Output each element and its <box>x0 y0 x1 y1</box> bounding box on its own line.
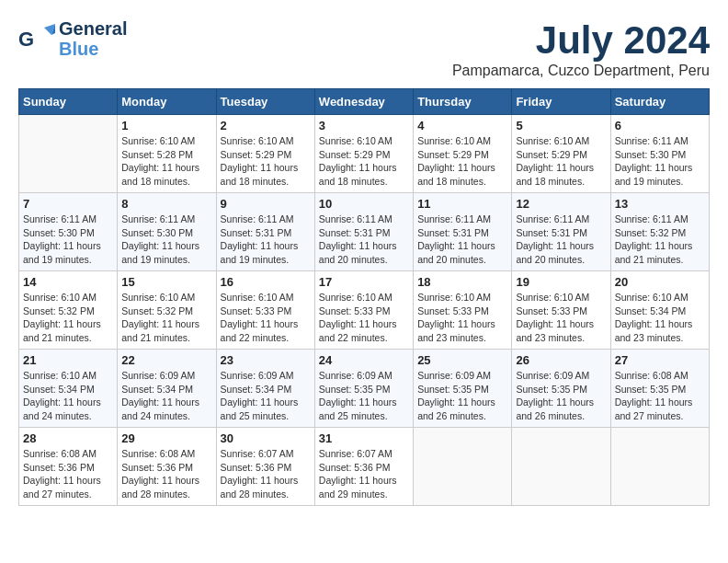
day-number: 6 <box>615 119 705 132</box>
day-info: Sunrise: 6:10 AM Sunset: 5:29 PM Dayligh… <box>319 134 409 189</box>
day-header-friday: Friday <box>512 89 610 115</box>
week-row-3: 14Sunrise: 6:10 AM Sunset: 5:32 PM Dayli… <box>19 271 710 350</box>
week-row-5: 28Sunrise: 6:08 AM Sunset: 5:36 PM Dayli… <box>19 428 710 506</box>
day-number: 15 <box>121 275 211 289</box>
calendar-cell: 13Sunrise: 6:11 AM Sunset: 5:32 PM Dayli… <box>610 193 709 271</box>
calendar-table: SundayMondayTuesdayWednesdayThursdayFrid… <box>18 88 710 506</box>
day-info: Sunrise: 6:10 AM Sunset: 5:32 PM Dayligh… <box>121 291 211 345</box>
day-number: 29 <box>121 431 211 445</box>
day-number: 20 <box>615 275 705 289</box>
calendar-cell: 18Sunrise: 6:10 AM Sunset: 5:33 PM Dayli… <box>414 271 512 350</box>
day-header-wednesday: Wednesday <box>314 89 413 115</box>
day-number: 13 <box>615 197 705 211</box>
day-info: Sunrise: 6:11 AM Sunset: 5:30 PM Dayligh… <box>23 213 113 267</box>
calendar-cell: 20Sunrise: 6:10 AM Sunset: 5:34 PM Dayli… <box>610 271 709 350</box>
week-row-1: 1Sunrise: 6:10 AM Sunset: 5:28 PM Daylig… <box>19 115 710 193</box>
day-number: 14 <box>23 275 113 289</box>
day-number: 23 <box>221 353 311 367</box>
calendar-cell: 5Sunrise: 6:10 AM Sunset: 5:29 PM Daylig… <box>512 115 610 193</box>
day-number: 16 <box>221 275 311 289</box>
day-number: 11 <box>417 197 507 211</box>
day-number: 26 <box>516 353 606 367</box>
day-info: Sunrise: 6:08 AM Sunset: 5:36 PM Dayligh… <box>121 447 211 501</box>
logo-blue: Blue <box>59 39 127 59</box>
calendar-cell: 6Sunrise: 6:11 AM Sunset: 5:30 PM Daylig… <box>610 115 709 193</box>
day-number: 21 <box>23 353 113 367</box>
calendar-cell: 26Sunrise: 6:09 AM Sunset: 5:35 PM Dayli… <box>512 350 610 428</box>
calendar-cell <box>414 428 512 506</box>
calendar-cell <box>610 428 709 506</box>
day-info: Sunrise: 6:10 AM Sunset: 5:33 PM Dayligh… <box>221 291 311 345</box>
day-number: 27 <box>615 353 705 367</box>
day-number: 8 <box>121 197 211 211</box>
day-info: Sunrise: 6:11 AM Sunset: 5:31 PM Dayligh… <box>516 213 606 267</box>
calendar-cell: 1Sunrise: 6:10 AM Sunset: 5:28 PM Daylig… <box>118 115 216 193</box>
location: Pampamarca, Cuzco Department, Peru <box>452 63 710 79</box>
day-info: Sunrise: 6:10 AM Sunset: 5:28 PM Dayligh… <box>121 134 211 189</box>
day-number: 19 <box>516 275 606 289</box>
calendar-cell: 2Sunrise: 6:10 AM Sunset: 5:29 PM Daylig… <box>216 115 314 193</box>
calendar-cell: 29Sunrise: 6:08 AM Sunset: 5:36 PM Dayli… <box>118 428 216 506</box>
calendar-cell: 7Sunrise: 6:11 AM Sunset: 5:30 PM Daylig… <box>19 193 118 271</box>
calendar-cell: 23Sunrise: 6:09 AM Sunset: 5:34 PM Dayli… <box>216 350 314 428</box>
svg-text:G: G <box>18 28 34 51</box>
day-info: Sunrise: 6:07 AM Sunset: 5:36 PM Dayligh… <box>221 447 311 501</box>
day-info: Sunrise: 6:09 AM Sunset: 5:35 PM Dayligh… <box>417 369 507 423</box>
day-number: 24 <box>319 353 409 367</box>
day-number: 3 <box>319 119 409 132</box>
calendar-cell: 22Sunrise: 6:09 AM Sunset: 5:34 PM Dayli… <box>118 350 216 428</box>
calendar-cell <box>19 115 118 193</box>
day-info: Sunrise: 6:10 AM Sunset: 5:32 PM Dayligh… <box>23 291 113 345</box>
day-info: Sunrise: 6:10 AM Sunset: 5:34 PM Dayligh… <box>23 369 113 423</box>
calendar-cell: 10Sunrise: 6:11 AM Sunset: 5:31 PM Dayli… <box>314 193 413 271</box>
day-number: 4 <box>417 119 507 132</box>
day-number: 30 <box>221 431 311 445</box>
day-number: 18 <box>417 275 507 289</box>
day-info: Sunrise: 6:11 AM Sunset: 5:30 PM Dayligh… <box>121 213 211 267</box>
day-number: 31 <box>319 431 409 445</box>
calendar-cell: 15Sunrise: 6:10 AM Sunset: 5:32 PM Dayli… <box>118 271 216 350</box>
day-header-tuesday: Tuesday <box>216 89 314 115</box>
calendar-cell: 14Sunrise: 6:10 AM Sunset: 5:32 PM Dayli… <box>19 271 118 350</box>
calendar-cell: 27Sunrise: 6:08 AM Sunset: 5:35 PM Dayli… <box>610 350 709 428</box>
day-header-sunday: Sunday <box>19 89 118 115</box>
day-info: Sunrise: 6:11 AM Sunset: 5:30 PM Dayligh… <box>615 134 705 189</box>
day-number: 22 <box>121 353 211 367</box>
week-row-4: 21Sunrise: 6:10 AM Sunset: 5:34 PM Dayli… <box>19 350 710 428</box>
calendar-cell: 8Sunrise: 6:11 AM Sunset: 5:30 PM Daylig… <box>118 193 216 271</box>
day-info: Sunrise: 6:08 AM Sunset: 5:35 PM Dayligh… <box>615 369 705 423</box>
day-number: 12 <box>516 197 606 211</box>
day-number: 17 <box>319 275 409 289</box>
logo-general: General <box>59 18 127 39</box>
day-info: Sunrise: 6:09 AM Sunset: 5:34 PM Dayligh… <box>121 369 211 423</box>
day-info: Sunrise: 6:09 AM Sunset: 5:35 PM Dayligh… <box>319 369 409 423</box>
day-info: Sunrise: 6:10 AM Sunset: 5:33 PM Dayligh… <box>417 291 507 345</box>
calendar-cell: 28Sunrise: 6:08 AM Sunset: 5:36 PM Dayli… <box>19 428 118 506</box>
calendar-cell: 24Sunrise: 6:09 AM Sunset: 5:35 PM Dayli… <box>314 350 413 428</box>
day-info: Sunrise: 6:10 AM Sunset: 5:29 PM Dayligh… <box>417 134 507 189</box>
day-number: 7 <box>23 197 113 211</box>
day-number: 2 <box>221 119 311 132</box>
day-info: Sunrise: 6:10 AM Sunset: 5:29 PM Dayligh… <box>516 134 606 189</box>
day-info: Sunrise: 6:08 AM Sunset: 5:36 PM Dayligh… <box>23 447 113 501</box>
calendar-cell <box>512 428 610 506</box>
day-info: Sunrise: 6:09 AM Sunset: 5:34 PM Dayligh… <box>221 369 311 423</box>
week-row-2: 7Sunrise: 6:11 AM Sunset: 5:30 PM Daylig… <box>19 193 710 271</box>
calendar-cell: 21Sunrise: 6:10 AM Sunset: 5:34 PM Dayli… <box>19 350 118 428</box>
calendar-cell: 19Sunrise: 6:10 AM Sunset: 5:33 PM Dayli… <box>512 271 610 350</box>
day-number: 25 <box>417 353 507 367</box>
calendar-cell: 4Sunrise: 6:10 AM Sunset: 5:29 PM Daylig… <box>414 115 512 193</box>
calendar-cell: 3Sunrise: 6:10 AM Sunset: 5:29 PM Daylig… <box>314 115 413 193</box>
day-number: 10 <box>319 197 409 211</box>
calendar-cell: 9Sunrise: 6:11 AM Sunset: 5:31 PM Daylig… <box>216 193 314 271</box>
calendar-cell: 30Sunrise: 6:07 AM Sunset: 5:36 PM Dayli… <box>216 428 314 506</box>
day-info: Sunrise: 6:07 AM Sunset: 5:36 PM Dayligh… <box>319 447 409 501</box>
day-info: Sunrise: 6:10 AM Sunset: 5:34 PM Dayligh… <box>615 291 705 345</box>
month-title: July 2024 <box>452 18 710 63</box>
day-info: Sunrise: 6:10 AM Sunset: 5:33 PM Dayligh… <box>319 291 409 345</box>
day-info: Sunrise: 6:09 AM Sunset: 5:35 PM Dayligh… <box>516 369 606 423</box>
title-block: July 2024 Pampamarca, Cuzco Department, … <box>452 18 710 79</box>
day-info: Sunrise: 6:11 AM Sunset: 5:31 PM Dayligh… <box>417 213 507 267</box>
days-header-row: SundayMondayTuesdayWednesdayThursdayFrid… <box>19 89 710 115</box>
day-info: Sunrise: 6:10 AM Sunset: 5:29 PM Dayligh… <box>221 134 311 189</box>
